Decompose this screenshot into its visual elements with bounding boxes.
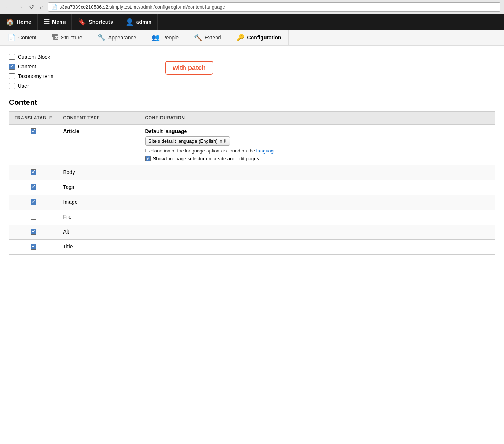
url-bar[interactable]: 📄 s3aa7339cc210536.s2.simplytest.me/admi… [48, 2, 500, 12]
content-nav-icon: 📄 [7, 33, 16, 42]
home-icon: 🏠 [6, 18, 14, 26]
tags-translatable-checkbox[interactable] [31, 184, 36, 190]
table-row-body: Body [9, 165, 495, 180]
title-translatable-checkbox[interactable] [31, 244, 36, 250]
image-config-cell [140, 195, 495, 210]
nav-appearance-label: Appearance [108, 35, 137, 41]
extend-nav-icon: 🔨 [194, 33, 202, 42]
toolbar-shortcuts[interactable]: 🔖 Shortcuts [72, 14, 119, 30]
body-config-cell [140, 165, 495, 180]
back-button[interactable]: ← [4, 3, 13, 11]
nav-structure[interactable]: 🏗 Structure [44, 30, 90, 45]
custom-block-label: Custom Block [18, 54, 50, 60]
config-table: TRANSLATABLE CONTENT TYPE CONFIGURATION … [9, 111, 495, 255]
url-text: s3aa7339cc210536.s2.simplytest.me/admin/… [60, 4, 225, 10]
nav-configuration[interactable]: 🔑 Configuration [229, 30, 289, 45]
content-label: Content [18, 64, 36, 70]
table-row-article: Article Default language Site's default … [9, 125, 495, 165]
image-type-cell: Image [58, 195, 140, 210]
image-translatable-checkbox[interactable] [31, 199, 36, 205]
article-config-cell: Default language Site's default language… [140, 125, 495, 165]
nav-configuration-label: Configuration [247, 35, 281, 41]
nav-extend-label: Extend [205, 35, 221, 41]
nav-content[interactable]: 📄 Content [0, 30, 44, 45]
default-lang-label: Default language [145, 128, 489, 134]
home-button[interactable]: ⌂ [38, 3, 45, 11]
nav-content-label: Content [18, 35, 36, 41]
article-type-cell: Article [58, 125, 140, 165]
lang-select-value: Site's default language (English) [149, 138, 218, 144]
image-translatable-cell [9, 195, 58, 210]
body-translatable-cell [9, 165, 58, 180]
title-config-cell [140, 240, 495, 255]
custom-block-checkbox[interactable] [9, 54, 15, 60]
custom-block-row: Custom Block [9, 52, 495, 62]
main-content: Custom Block Content Taxonomy term User … [0, 46, 504, 261]
browser-chrome: ← → ↺ ⌂ 📄 s3aa7339cc210536.s2.simplytest… [0, 0, 504, 14]
alt-translatable-checkbox[interactable] [31, 229, 36, 235]
taxonomy-term-label: Taxonomy term [18, 73, 54, 79]
file-translatable-cell [9, 210, 58, 225]
table-row-alt: Alt [9, 225, 495, 240]
user-checkbox[interactable] [9, 83, 15, 89]
toolbar-menu-label: Menu [52, 19, 66, 25]
show-lang-row: Show language selector on create and edi… [145, 156, 489, 161]
toolbar-admin-label: admin [136, 19, 151, 25]
lang-explanation: Explanation of the language options is f… [145, 148, 489, 154]
forward-button[interactable]: → [16, 3, 25, 11]
nav-appearance[interactable]: 🔧 Appearance [90, 30, 144, 45]
alt-translatable-cell [9, 225, 58, 240]
table-row-image: Image [9, 195, 495, 210]
language-link[interactable]: languag [256, 148, 274, 154]
show-lang-selector-checkbox[interactable] [145, 156, 151, 161]
configuration-nav-icon: 🔑 [236, 33, 245, 42]
file-translatable-checkbox[interactable] [31, 214, 36, 220]
toolbar-home[interactable]: 🏠 Home [0, 14, 38, 30]
menu-icon: ☰ [44, 18, 50, 26]
col-translatable: TRANSLATABLE [9, 112, 58, 125]
top-checkboxes-section: Custom Block Content Taxonomy term User … [9, 52, 495, 91]
table-row-tags: Tags [9, 180, 495, 195]
toolbar-shortcuts-label: Shortcuts [89, 19, 113, 25]
secondary-nav: 📄 Content 🏗 Structure 🔧 Appearance 👥 Peo… [0, 30, 504, 46]
tags-config-cell [140, 180, 495, 195]
body-translatable-checkbox[interactable] [31, 169, 36, 175]
col-configuration: CONFIGURATION [140, 112, 495, 125]
admin-toolbar: 🏠 Home ☰ Menu 🔖 Shortcuts 👤 admin [0, 14, 504, 30]
content-row: Content [9, 62, 495, 71]
people-nav-icon: 👥 [151, 33, 160, 42]
nav-structure-label: Structure [61, 35, 82, 41]
alt-type-cell: Alt [58, 225, 140, 240]
admin-icon: 👤 [125, 18, 134, 26]
title-type-cell: Title [58, 240, 140, 255]
nav-people-label: People [162, 35, 179, 41]
appearance-nav-icon: 🔧 [98, 33, 106, 42]
language-select[interactable]: Site's default language (English) ⬆⬇ [145, 136, 230, 146]
col-content-type: CONTENT TYPE [58, 112, 140, 125]
toolbar-home-label: Home [17, 19, 31, 25]
lang-select-arrow-icon: ⬆⬇ [219, 139, 227, 144]
toolbar-admin[interactable]: 👤 admin [119, 14, 158, 30]
user-row: User [9, 81, 495, 91]
tags-translatable-cell [9, 180, 58, 195]
alt-config-cell [140, 225, 495, 240]
file-type-cell: File [58, 210, 140, 225]
structure-nav-icon: 🏗 [52, 34, 58, 42]
tags-type-cell: Tags [58, 180, 140, 195]
table-row-title: Title [9, 240, 495, 255]
article-translatable-checkbox[interactable] [31, 128, 36, 134]
body-type-cell: Body [58, 165, 140, 180]
nav-extend[interactable]: 🔨 Extend [186, 30, 229, 45]
shortcuts-icon: 🔖 [78, 18, 86, 26]
taxonomy-term-checkbox[interactable] [9, 73, 15, 79]
title-translatable-cell [9, 240, 58, 255]
show-lang-label: Show language selector on create and edi… [153, 156, 259, 161]
taxonomy-term-row: Taxonomy term [9, 71, 495, 81]
nav-people[interactable]: 👥 People [144, 30, 186, 45]
reload-button[interactable]: ↺ [28, 3, 35, 11]
toolbar-menu[interactable]: ☰ Menu [38, 14, 72, 30]
table-row-file: File [9, 210, 495, 225]
content-section-heading: Content [9, 98, 495, 107]
content-checkbox[interactable] [9, 64, 15, 70]
user-label: User [18, 83, 29, 89]
